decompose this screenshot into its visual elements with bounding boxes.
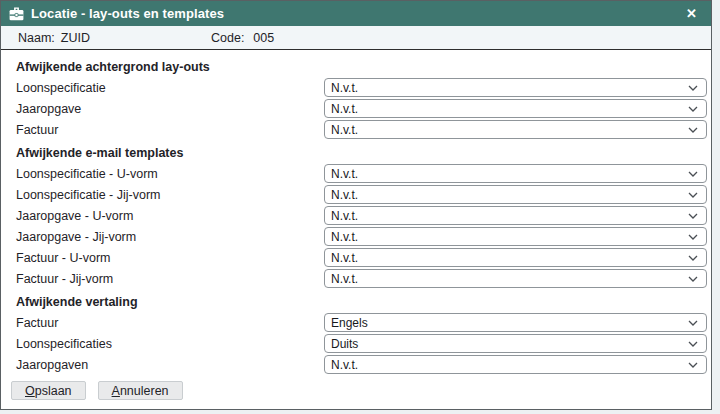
save-button-label: Opslaan: [25, 384, 72, 398]
cancel-button-label: Annuleren: [112, 384, 169, 398]
select-value: N.v.t.: [331, 251, 688, 265]
field-label: Jaaropgave - U-vorm: [16, 209, 133, 223]
select-achtergrond-factuur[interactable]: N.v.t.: [324, 120, 707, 139]
select-email-factuur-jij-vorm[interactable]: N.v.t.: [324, 269, 707, 288]
form-row: Jaaropgaven N.v.t.: [1, 354, 711, 375]
form-row: Loonspecificatie N.v.t.: [1, 77, 711, 98]
field-label: Jaaropgave: [16, 102, 81, 116]
select-achtergrond-jaaropgave[interactable]: N.v.t.: [324, 99, 707, 118]
section-vertaling: Afwijkende vertaling Factuur Engels Loon…: [1, 292, 711, 375]
code-group: Code: 005: [211, 31, 274, 45]
dialog-title: Locatie - lay-outs en templates: [31, 6, 224, 21]
chevron-down-icon: [688, 106, 698, 112]
chevron-down-icon: [688, 85, 698, 91]
select-value: N.v.t.: [331, 230, 688, 244]
close-button[interactable]: ✕: [682, 5, 701, 22]
select-email-loonspecificatie-u-vorm[interactable]: N.v.t.: [324, 164, 707, 183]
field-label: Loonspecificatie - U-vorm: [16, 167, 158, 181]
naam-label: Naam:: [18, 31, 55, 45]
section-title: Afwijkende vertaling: [1, 292, 711, 312]
cancel-button[interactable]: Annuleren: [98, 381, 183, 400]
select-value: N.v.t.: [331, 123, 688, 137]
close-icon: ✕: [686, 6, 697, 21]
chevron-down-icon: [688, 320, 698, 326]
chevron-down-icon: [688, 276, 698, 282]
field-label: Loonspecificatie - Jij-vorm: [16, 188, 161, 202]
code-label: Code:: [211, 31, 244, 45]
field-label: Factuur: [16, 123, 58, 137]
select-value: N.v.t.: [331, 209, 688, 223]
dialog-body: Afwijkende achtergrond lay-outs Loonspec…: [1, 50, 711, 400]
section-title: Afwijkende e-mail templates: [1, 143, 711, 163]
chevron-down-icon: [688, 255, 698, 261]
section-achtergrond-layouts: Afwijkende achtergrond lay-outs Loonspec…: [1, 57, 711, 140]
select-email-jaaropgave-jij-vorm[interactable]: N.v.t.: [324, 227, 707, 246]
chevron-down-icon: [688, 213, 698, 219]
field-label: Factuur - Jij-vorm: [16, 272, 113, 286]
form-row: Loonspecificatie - Jij-vorm N.v.t.: [1, 184, 711, 205]
form-row: Factuur N.v.t.: [1, 119, 711, 140]
dialog-titlebar: Locatie - lay-outs en templates ✕: [1, 1, 711, 26]
select-value: N.v.t.: [331, 358, 688, 372]
form-row: Jaaropgave N.v.t.: [1, 98, 711, 119]
select-value: N.v.t.: [331, 102, 688, 116]
form-row: Factuur - Jij-vorm N.v.t.: [1, 268, 711, 289]
select-value: Duits: [331, 337, 688, 351]
form-row: Factuur Engels: [1, 312, 711, 333]
select-vertaling-factuur[interactable]: Engels: [324, 313, 707, 332]
field-label: Jaaropgaven: [16, 358, 88, 372]
field-label: Loonspecificaties: [16, 337, 112, 351]
locatie-layouts-dialog: Locatie - lay-outs en templates ✕ Naam: …: [0, 0, 712, 410]
briefcase-icon: [9, 7, 24, 21]
field-label: Factuur - U-vorm: [16, 251, 110, 265]
naam-group: Naam: ZUID: [18, 31, 211, 45]
select-email-loonspecificatie-jij-vorm[interactable]: N.v.t.: [324, 185, 707, 204]
select-vertaling-jaaropgaven[interactable]: N.v.t.: [324, 355, 707, 374]
naam-value: ZUID: [61, 31, 90, 45]
select-value: N.v.t.: [331, 272, 688, 286]
field-label: Loonspecificatie: [16, 81, 106, 95]
select-vertaling-loonspecificaties[interactable]: Duits: [324, 334, 707, 353]
chevron-down-icon: [688, 341, 698, 347]
field-label: Jaaropgave - Jij-vorm: [16, 230, 136, 244]
select-value: Engels: [331, 316, 688, 330]
code-value: 005: [253, 31, 274, 45]
section-email-templates: Afwijkende e-mail templates Loonspecific…: [1, 143, 711, 289]
dialog-footer: Opslaan Annuleren: [1, 381, 711, 400]
chevron-down-icon: [688, 171, 698, 177]
save-button[interactable]: Opslaan: [11, 381, 86, 400]
chevron-down-icon: [688, 192, 698, 198]
form-row: Jaaropgave - Jij-vorm N.v.t.: [1, 226, 711, 247]
form-row: Factuur - U-vorm N.v.t.: [1, 247, 711, 268]
field-label: Factuur: [16, 316, 58, 330]
record-header: Naam: ZUID Code: 005: [1, 26, 711, 50]
select-email-factuur-u-vorm[interactable]: N.v.t.: [324, 248, 707, 267]
section-title: Afwijkende achtergrond lay-outs: [1, 57, 711, 77]
form-row: Loonspecificaties Duits: [1, 333, 711, 354]
select-value: N.v.t.: [331, 188, 688, 202]
chevron-down-icon: [688, 362, 698, 368]
chevron-down-icon: [688, 127, 698, 133]
form-row: Jaaropgave - U-vorm N.v.t.: [1, 205, 711, 226]
form-row: Loonspecificatie - U-vorm N.v.t.: [1, 163, 711, 184]
select-achtergrond-loonspecificatie[interactable]: N.v.t.: [324, 78, 707, 97]
select-value: N.v.t.: [331, 81, 688, 95]
select-email-jaaropgave-u-vorm[interactable]: N.v.t.: [324, 206, 707, 225]
select-value: N.v.t.: [331, 167, 688, 181]
chevron-down-icon: [688, 234, 698, 240]
